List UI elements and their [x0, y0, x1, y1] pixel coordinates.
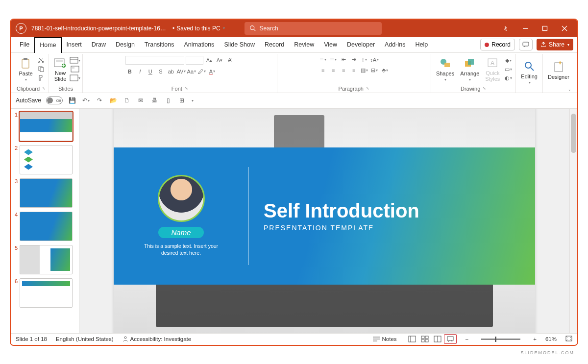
- accessibility-status[interactable]: Accessibility: Investigate: [122, 336, 192, 342]
- numbering-icon[interactable]: ≣▾: [329, 56, 338, 64]
- zoom-level[interactable]: 61%: [545, 336, 557, 342]
- highlight-icon[interactable]: 🖊▾: [197, 68, 206, 75]
- tab-review[interactable]: Review: [289, 37, 319, 52]
- paste-button[interactable]: Paste▾: [17, 56, 34, 83]
- share-button[interactable]: Share▾: [537, 39, 573, 50]
- smartart-icon[interactable]: ⬘▾: [380, 67, 389, 74]
- minimize-button[interactable]: [515, 20, 535, 37]
- arrange-button[interactable]: Arrange▾: [458, 56, 481, 83]
- touch-mode-icon[interactable]: ⊞: [177, 97, 186, 104]
- save-icon[interactable]: 💾: [68, 97, 76, 104]
- layout-icon[interactable]: ▾: [71, 56, 79, 64]
- qat-more-icon[interactable]: ▾: [192, 98, 194, 103]
- zoom-out-icon[interactable]: −: [466, 336, 469, 342]
- maximize-button[interactable]: [535, 20, 555, 37]
- slide-thumbnails[interactable]: 1 2 3 4 5 6: [11, 109, 79, 333]
- line-spacing-icon[interactable]: ‡▾: [360, 56, 368, 64]
- redo-icon[interactable]: ↷: [95, 97, 104, 104]
- font-color-icon[interactable]: A▾: [208, 68, 217, 75]
- slide-canvas[interactable]: Name This is a sample text. Insert your …: [114, 109, 535, 333]
- quick-styles-button[interactable]: AQuick Styles: [483, 55, 502, 83]
- zoom-slider[interactable]: [481, 339, 520, 340]
- close-button[interactable]: [555, 20, 574, 37]
- shape-effects-icon[interactable]: ◐▾: [504, 74, 513, 82]
- copy-icon[interactable]: [37, 65, 46, 73]
- tab-record[interactable]: Record: [260, 37, 289, 52]
- designer-button[interactable]: Designer: [546, 59, 571, 81]
- slide-subtitle[interactable]: PRESENTATION TEMPLATE: [264, 224, 535, 232]
- collapse-ribbon-icon[interactable]: ⌄: [568, 87, 571, 92]
- tab-addins[interactable]: Add-ins: [380, 37, 410, 52]
- tab-insert[interactable]: Insert: [62, 37, 87, 52]
- tab-draw[interactable]: Draw: [87, 37, 111, 52]
- indent-inc-icon[interactable]: ⇥: [349, 56, 358, 64]
- comments-button[interactable]: [519, 39, 533, 50]
- save-status[interactable]: •Saved to this PC▾: [172, 25, 225, 32]
- format-painter-icon[interactable]: [37, 74, 46, 82]
- align-center-icon[interactable]: ≡: [329, 67, 338, 74]
- slide-title[interactable]: Self Introduction: [264, 200, 535, 222]
- fit-window-icon[interactable]: [565, 336, 572, 342]
- slide-counter[interactable]: Slide 1 of 18: [16, 336, 47, 342]
- tab-developer[interactable]: Developer: [342, 37, 380, 52]
- section-icon[interactable]: ▾: [71, 74, 79, 82]
- tab-home[interactable]: Home: [34, 37, 61, 53]
- language-status[interactable]: English (United States): [56, 336, 114, 342]
- text-direction-icon[interactable]: ↕A▾: [370, 56, 379, 64]
- thumbnail-1[interactable]: [20, 112, 73, 141]
- thumbnail-6[interactable]: [20, 278, 73, 308]
- sample-text[interactable]: This is a sample text. Insert your desir…: [142, 243, 220, 256]
- clear-format-icon[interactable]: A̷: [225, 56, 234, 64]
- underline-icon[interactable]: U: [146, 68, 155, 75]
- case-icon[interactable]: Aa▾: [187, 68, 196, 75]
- tab-animations[interactable]: Animations: [179, 37, 220, 52]
- slideshow-view-icon[interactable]: [444, 334, 457, 344]
- open-icon[interactable]: 📂: [109, 97, 118, 104]
- tab-file[interactable]: File: [15, 37, 34, 52]
- zoom-in-icon[interactable]: +: [533, 336, 537, 342]
- shapes-button[interactable]: Shapes▾: [434, 56, 456, 83]
- name-pill[interactable]: Name: [158, 227, 203, 238]
- tab-slideshow[interactable]: Slide Show: [219, 37, 260, 52]
- align-text-icon[interactable]: ⊟▾: [370, 67, 379, 74]
- tab-transitions[interactable]: Transitions: [140, 37, 179, 52]
- align-left-icon[interactable]: ≡: [318, 67, 327, 74]
- bold-icon[interactable]: B: [125, 68, 134, 75]
- shape-fill-icon[interactable]: ◆▾: [504, 56, 513, 64]
- record-button[interactable]: Record: [480, 39, 515, 50]
- tab-help[interactable]: Help: [410, 37, 433, 52]
- shape-outline-icon[interactable]: ▭▾: [504, 65, 513, 73]
- thumbnail-2[interactable]: [20, 145, 73, 174]
- justify-icon[interactable]: ≡: [349, 67, 358, 74]
- align-right-icon[interactable]: ≡: [339, 67, 348, 74]
- spacing-icon[interactable]: AV▾: [177, 68, 186, 75]
- tab-design[interactable]: Design: [111, 37, 140, 52]
- new-slide-button[interactable]: New Slide: [52, 55, 69, 83]
- editing-button[interactable]: Editing▾: [519, 59, 539, 86]
- sorter-view-icon[interactable]: [418, 334, 431, 344]
- slide-canvas-area[interactable]: Name This is a sample text. Insert your …: [79, 109, 569, 333]
- decrease-font-icon[interactable]: A▾: [215, 56, 224, 64]
- quickprint-icon[interactable]: 🖶: [150, 97, 159, 104]
- search-box[interactable]: [245, 22, 382, 35]
- vertical-scrollbar[interactable]: [569, 109, 577, 333]
- slideshow-begin-icon[interactable]: ▯: [164, 97, 172, 104]
- thumbnail-5[interactable]: [20, 245, 73, 274]
- email-icon[interactable]: ✉: [136, 97, 145, 104]
- normal-view-icon[interactable]: [406, 334, 418, 344]
- columns-icon[interactable]: ▥▾: [360, 67, 368, 74]
- bullets-icon[interactable]: ≣▾: [318, 56, 327, 64]
- mic-icon[interactable]: [496, 20, 515, 37]
- strike-icon[interactable]: S: [156, 68, 165, 75]
- thumbnail-4[interactable]: [20, 212, 73, 241]
- increase-font-icon[interactable]: A▴: [205, 56, 214, 64]
- indent-dec-icon[interactable]: ⇤: [339, 56, 348, 64]
- shadow-icon[interactable]: ab: [167, 68, 175, 75]
- notes-button[interactable]: Notes: [373, 336, 396, 342]
- reading-view-icon[interactable]: [431, 334, 444, 344]
- cut-icon[interactable]: [37, 56, 46, 64]
- autosave-toggle[interactable]: Off: [46, 97, 63, 104]
- search-input[interactable]: [260, 25, 377, 32]
- undo-icon[interactable]: ↶▾: [81, 97, 90, 104]
- tab-view[interactable]: View: [319, 37, 342, 52]
